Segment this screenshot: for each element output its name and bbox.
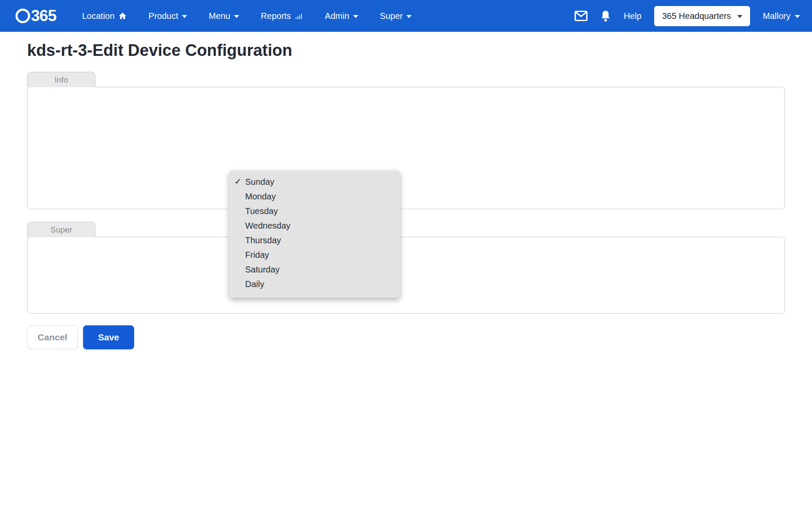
user-menu[interactable]: Mallory [763,11,800,21]
org-selector-dropdown[interactable]: 365 Headquarters [654,6,750,26]
user-name: Mallory [763,11,790,21]
help-link[interactable]: Help [624,11,641,21]
info-panel [27,87,785,209]
day-option-daily[interactable]: Daily [229,277,400,291]
nav-item-label: Menu [209,11,230,21]
main-nav: Location Product Menu Reports Admin Supe… [82,11,412,21]
bar-chart-icon [295,12,303,20]
notifications-button[interactable] [600,10,611,22]
day-option-label: Friday [245,250,269,260]
nav-item-label: Product [148,11,178,21]
cancel-button[interactable]: Cancel [27,325,78,349]
top-nav-bar: 365 Location Product Menu Reports Admin … [0,0,812,32]
day-option-sunday[interactable]: ✓ Sunday [229,174,400,189]
nav-item-label: Admin [325,11,349,21]
day-option-label: Sunday [245,177,274,187]
caret-down-icon [406,15,412,18]
info-tab: Info [27,72,95,87]
caret-down-icon [234,15,239,18]
home-icon [118,12,127,20]
nav-item-super[interactable]: Super [380,11,412,21]
day-option-label: Tuesday [245,206,278,216]
nav-right-group: Help 365 Headquarters Mallory [575,6,800,26]
nav-item-admin[interactable]: Admin [325,11,358,21]
caret-down-icon [737,15,742,18]
caret-down-icon [353,15,358,18]
super-panel [27,237,785,314]
caret-down-icon [182,15,187,18]
day-option-thursday[interactable]: Thursday [229,233,400,248]
day-option-wednesday[interactable]: Wednesday [229,218,400,233]
super-tab: Super [27,222,95,237]
messages-button[interactable] [575,11,587,21]
org-selector-value: 365 Headquarters [662,11,731,21]
day-option-label: Monday [245,192,276,202]
day-option-monday[interactable]: Monday [229,189,400,204]
nav-item-reports[interactable]: Reports [261,11,303,21]
app-logo[interactable]: 365 [15,7,56,25]
day-option-friday[interactable]: Friday [229,248,400,262]
envelope-icon [575,11,587,21]
nav-item-location[interactable]: Location [82,11,127,21]
logo-ring-icon [15,9,30,23]
nav-item-label: Reports [261,11,291,21]
day-option-tuesday[interactable]: Tuesday [229,204,400,218]
day-option-label: Saturday [245,265,280,275]
page-title: kds-rt-3-Edit Device Configuration [27,41,292,60]
logo-text: 365 [31,7,56,25]
day-option-label: Wednesday [245,221,290,231]
nav-item-menu[interactable]: Menu [209,11,239,21]
save-button[interactable]: Save [83,325,134,349]
caret-down-icon [795,15,800,18]
nav-item-product[interactable]: Product [148,11,187,21]
day-dropdown-menu: ✓ Sunday Monday Tuesday Wednesday Thursd… [229,171,400,298]
day-option-label: Thursday [245,236,281,245]
day-option-label: Daily [245,279,264,289]
nav-item-label: Super [380,11,403,21]
day-option-saturday[interactable]: Saturday [229,262,400,277]
nav-item-label: Location [82,11,115,21]
check-icon: ✓ [234,176,242,187]
bell-icon [600,10,611,22]
